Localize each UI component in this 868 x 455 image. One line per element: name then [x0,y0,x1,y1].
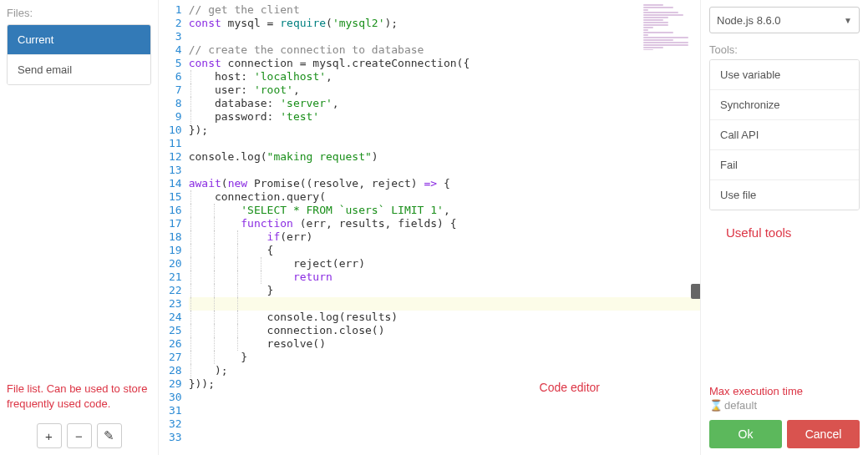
pencil-icon: ✎ [104,428,114,443]
code-line[interactable]: console.log("making request") [189,150,700,164]
code-line[interactable]: const connection = mysql.createConnectio… [189,57,700,70]
code-line[interactable] [189,164,700,177]
exec-time-label: Max execution time [709,385,860,397]
code-line[interactable]: // get the client [189,3,700,17]
file-list: CurrentSend email [7,24,151,85]
code-line[interactable]: return [189,270,700,284]
code-line[interactable] [189,431,700,444]
remove-file-button[interactable]: − [67,423,92,448]
code-line[interactable]: const mysql = require('mysql2'); [189,17,700,30]
code-line[interactable] [189,30,700,43]
tool-item[interactable]: Call API [710,119,859,149]
tool-item[interactable]: Fail [710,149,859,179]
code-line[interactable]: ); [189,364,700,377]
code-line[interactable]: connection.close() [189,324,700,337]
code-line[interactable]: } [189,351,700,364]
code-editor[interactable]: 1234567891011121314151617181920212223242… [159,0,700,444]
code-line[interactable]: resolve() [189,337,700,351]
minus-icon: − [75,429,83,443]
file-item[interactable]: Current [8,25,150,54]
file-list-annotation: File list. Can be used to store frequent… [7,382,151,412]
code-line[interactable] [189,391,700,404]
tools-label: Tools: [709,43,860,56]
code-line[interactable]: // create the connection to database [189,43,700,57]
code-line[interactable]: database: 'server', [189,97,700,110]
runtime-value: Node.js 8.6.0 [717,14,781,27]
right-panel: Node.js 8.6.0 ▼ Tools: Use variableSynch… [701,0,868,455]
center-panel: 1234567891011121314151617181920212223242… [159,0,701,455]
code-line[interactable]: if(err) [189,230,700,244]
tool-list: Use variableSynchronizeCall APIFailUse f… [709,59,860,210]
plus-icon: + [45,429,53,443]
code-line[interactable]: console.log(results) [189,311,700,324]
code-line[interactable] [189,297,700,311]
code-line[interactable]: })); [189,377,700,391]
file-buttons: + − ✎ [7,423,151,448]
panel-splitter[interactable] [691,284,701,299]
cancel-button[interactable]: Cancel [787,420,860,448]
minimap[interactable] [643,3,693,50]
code-line[interactable]: user: 'root', [189,83,700,97]
code-line[interactable] [189,404,700,417]
code-line[interactable] [189,137,700,150]
line-gutter: 1234567891011121314151617181920212223242… [159,3,189,444]
code-line[interactable]: }); [189,124,700,137]
tool-item[interactable]: Synchronize [710,89,859,119]
code-line[interactable]: connection.query( [189,190,700,204]
edit-file-button[interactable]: ✎ [97,423,122,448]
code-line[interactable]: await(new Promise((resolve, reject) => { [189,177,700,190]
code-line[interactable]: function (err, results, fields) { [189,217,700,230]
code-line[interactable] [189,417,700,431]
ok-button[interactable]: Ok [709,420,782,448]
chevron-down-icon: ▼ [844,16,852,25]
runtime-select[interactable]: Node.js 8.6.0 ▼ [709,7,860,33]
tool-item[interactable]: Use file [710,179,859,210]
code-line[interactable]: password: 'test' [189,110,700,124]
add-file-button[interactable]: + [37,423,62,448]
code-area[interactable]: // get the clientconst mysql = require('… [189,3,700,444]
code-line[interactable]: 'SELECT * FROM `users` LIMIT 1', [189,204,700,217]
code-line[interactable]: host: 'localhost', [189,70,700,83]
editor-annotation: Code editor [540,381,600,394]
code-line[interactable]: { [189,244,700,257]
app-root: Files: CurrentSend email File list. Can … [0,0,868,455]
exec-time-value[interactable]: ⌛ default [709,399,860,412]
code-line[interactable]: reject(err) [189,257,700,270]
code-line[interactable]: } [189,284,700,297]
dialog-buttons: Ok Cancel [709,420,860,448]
hourglass-icon: ⌛ [709,399,723,412]
left-panel: Files: CurrentSend email File list. Can … [0,0,159,455]
file-item[interactable]: Send email [8,54,150,84]
tool-item[interactable]: Use variable [710,60,859,89]
tools-annotation: Useful tools [726,225,860,240]
files-label: Files: [7,7,151,19]
